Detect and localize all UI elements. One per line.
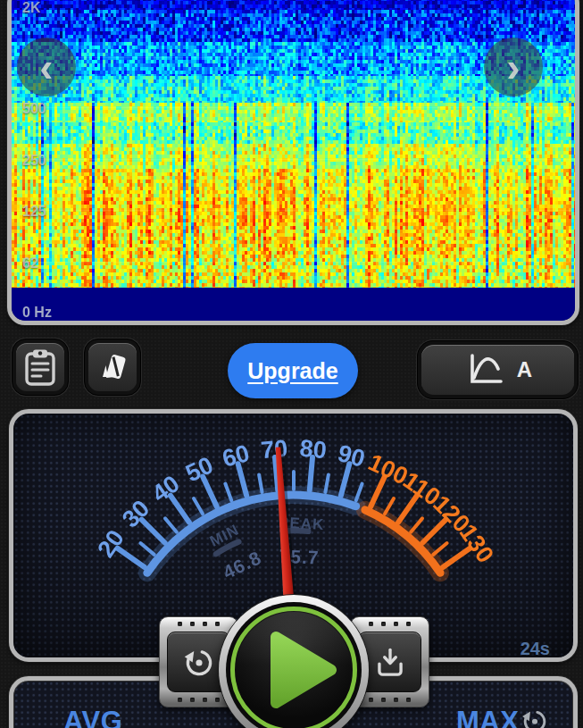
- history-arrow-icon: [180, 643, 218, 681]
- weighting-filter-button[interactable]: A: [417, 340, 579, 399]
- frequency-label: 125: [22, 204, 46, 220]
- frequency-baseline-label: 0 Hz: [22, 305, 52, 321]
- upgrade-button[interactable]: Upgrade: [228, 343, 358, 398]
- play-button[interactable]: [219, 595, 369, 728]
- decibel-meter-app: 2K50025012562 0 Hz ‹ ›: [0, 0, 583, 728]
- clipboard-icon: [16, 343, 64, 391]
- max-label: MAX: [456, 706, 519, 728]
- spectrogram-next-button[interactable]: ›: [484, 38, 543, 96]
- history-arrow-icon: [519, 704, 551, 728]
- play-triangle-icon: [219, 595, 369, 728]
- download-tray-icon: [371, 643, 409, 681]
- chevron-left-icon: ‹: [39, 41, 53, 93]
- swatch-cards-icon: [88, 343, 137, 391]
- response-curve-icon: [463, 349, 504, 391]
- frequency-label: 2K: [22, 0, 40, 16]
- frequency-label: 250: [22, 153, 46, 169]
- records-button[interactable]: [12, 339, 69, 396]
- frequency-label: 62: [22, 255, 38, 272]
- weighting-mode-label: A: [517, 357, 532, 382]
- themes-button[interactable]: [84, 339, 141, 396]
- spectrogram-prev-button[interactable]: ‹: [17, 38, 76, 96]
- max-reset-button[interactable]: [519, 704, 551, 728]
- chevron-right-icon: ›: [506, 41, 520, 93]
- frequency-label: 500: [22, 101, 46, 117]
- elapsed-time-label: 24s: [521, 639, 550, 659]
- avg-label: AVG: [63, 706, 122, 728]
